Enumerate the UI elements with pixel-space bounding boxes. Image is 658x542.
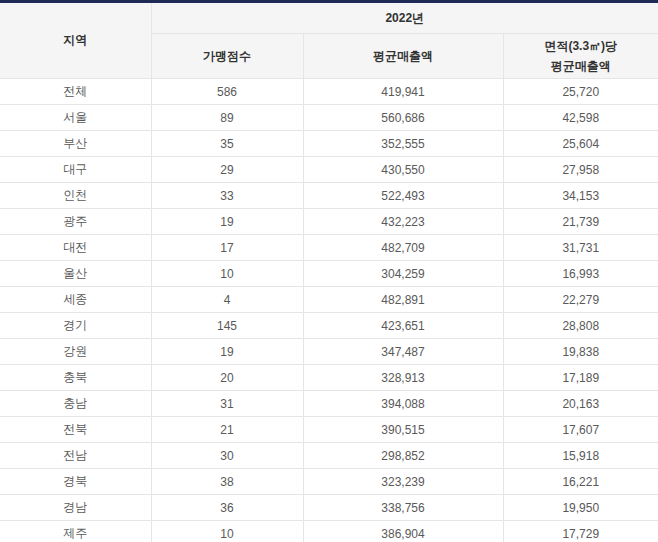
store-count-cell: 19 (151, 339, 303, 365)
region-cell: 충북 (0, 365, 151, 391)
store-count-column-header: 가맹점수 (151, 34, 303, 79)
avg-sales-cell: 390,515 (303, 417, 503, 443)
store-count-cell: 31 (151, 391, 303, 417)
region-sales-table-container: 지역 2022년 가맹점수 평균매출액 면적(3.3㎡)당 평균매출액 전체58… (0, 0, 658, 542)
table-row: 대전17482,70931,731 (0, 235, 658, 261)
area-sales-cell: 27,958 (503, 157, 658, 183)
region-cell: 전체 (0, 79, 151, 105)
region-cell: 서울 (0, 105, 151, 131)
region-column-header: 지역 (0, 2, 151, 79)
avg-sales-cell: 482,709 (303, 235, 503, 261)
avg-sales-cell: 347,487 (303, 339, 503, 365)
store-count-cell: 10 (151, 521, 303, 542)
store-count-cell: 586 (151, 79, 303, 105)
region-cell: 부산 (0, 131, 151, 157)
region-cell: 세종 (0, 287, 151, 313)
store-count-cell: 20 (151, 365, 303, 391)
table-row: 전남30298,85215,918 (0, 443, 658, 469)
avg-sales-column-header: 평균매출액 (303, 34, 503, 79)
store-count-cell: 89 (151, 105, 303, 131)
store-count-cell: 4 (151, 287, 303, 313)
region-cell: 충남 (0, 391, 151, 417)
area-sales-cell: 21,739 (503, 209, 658, 235)
store-count-cell: 29 (151, 157, 303, 183)
region-cell: 대전 (0, 235, 151, 261)
avg-sales-cell: 482,891 (303, 287, 503, 313)
area-sales-cell: 15,918 (503, 443, 658, 469)
table-row: 부산35352,55525,604 (0, 131, 658, 157)
region-cell: 전남 (0, 443, 151, 469)
table-row: 광주19432,22321,739 (0, 209, 658, 235)
table-row: 경남36338,75619,950 (0, 495, 658, 521)
table-row: 제주10386,90417,729 (0, 521, 658, 542)
region-cell: 제주 (0, 521, 151, 542)
avg-sales-cell: 560,686 (303, 105, 503, 131)
avg-sales-cell: 304,259 (303, 261, 503, 287)
table-row: 대구29430,55027,958 (0, 157, 658, 183)
table-body: 전체586419,94125,720서울89560,68642,598부산353… (0, 79, 658, 542)
table-row: 강원19347,48719,838 (0, 339, 658, 365)
table-row: 서울89560,68642,598 (0, 105, 658, 131)
avg-sales-cell: 328,913 (303, 365, 503, 391)
area-sales-cell: 16,993 (503, 261, 658, 287)
region-cell: 강원 (0, 339, 151, 365)
avg-sales-cell: 298,852 (303, 443, 503, 469)
area-sales-cell: 17,729 (503, 521, 658, 542)
avg-sales-cell: 338,756 (303, 495, 503, 521)
area-sales-cell: 19,838 (503, 339, 658, 365)
table-row: 세종4482,89122,279 (0, 287, 658, 313)
area-sales-cell: 28,808 (503, 313, 658, 339)
table-row: 경북38323,23916,221 (0, 469, 658, 495)
avg-sales-cell: 386,904 (303, 521, 503, 542)
area-sales-cell: 20,163 (503, 391, 658, 417)
store-count-cell: 33 (151, 183, 303, 209)
region-cell: 경남 (0, 495, 151, 521)
region-cell: 광주 (0, 209, 151, 235)
table-row: 충남31394,08820,163 (0, 391, 658, 417)
table-row: 충북20328,91317,189 (0, 365, 658, 391)
year-group-header: 2022년 (151, 2, 658, 34)
avg-sales-cell: 423,651 (303, 313, 503, 339)
area-sales-cell: 22,279 (503, 287, 658, 313)
area-sales-cell: 42,598 (503, 105, 658, 131)
region-cell: 경북 (0, 469, 151, 495)
region-cell: 대구 (0, 157, 151, 183)
table-row: 경기145423,65128,808 (0, 313, 658, 339)
region-cell: 경기 (0, 313, 151, 339)
avg-sales-cell: 432,223 (303, 209, 503, 235)
area-sales-cell: 16,221 (503, 469, 658, 495)
area-sales-column-header: 면적(3.3㎡)당 평균매출액 (503, 34, 658, 79)
region-cell: 울산 (0, 261, 151, 287)
store-count-cell: 19 (151, 209, 303, 235)
avg-sales-cell: 352,555 (303, 131, 503, 157)
year-header-row: 지역 2022년 (0, 2, 658, 34)
avg-sales-cell: 394,088 (303, 391, 503, 417)
area-sales-cell: 19,950 (503, 495, 658, 521)
table-row: 인천33522,49334,153 (0, 183, 658, 209)
region-sales-table: 지역 2022년 가맹점수 평균매출액 면적(3.3㎡)당 평균매출액 전체58… (0, 0, 658, 542)
store-count-cell: 36 (151, 495, 303, 521)
avg-sales-cell: 323,239 (303, 469, 503, 495)
store-count-cell: 21 (151, 417, 303, 443)
table-row: 전북21390,51517,607 (0, 417, 658, 443)
avg-sales-cell: 430,550 (303, 157, 503, 183)
store-count-cell: 38 (151, 469, 303, 495)
avg-sales-cell: 419,941 (303, 79, 503, 105)
area-sales-cell: 25,604 (503, 131, 658, 157)
store-count-cell: 10 (151, 261, 303, 287)
table-header: 지역 2022년 가맹점수 평균매출액 면적(3.3㎡)당 평균매출액 (0, 2, 658, 79)
store-count-cell: 17 (151, 235, 303, 261)
area-sales-cell: 31,731 (503, 235, 658, 261)
area-sales-cell: 34,153 (503, 183, 658, 209)
store-count-cell: 35 (151, 131, 303, 157)
region-cell: 인천 (0, 183, 151, 209)
area-sales-cell: 17,189 (503, 365, 658, 391)
store-count-cell: 145 (151, 313, 303, 339)
avg-sales-cell: 522,493 (303, 183, 503, 209)
area-sales-cell: 25,720 (503, 79, 658, 105)
region-cell: 전북 (0, 417, 151, 443)
area-sales-cell: 17,607 (503, 417, 658, 443)
table-row: 울산10304,25916,993 (0, 261, 658, 287)
store-count-cell: 30 (151, 443, 303, 469)
table-row: 전체586419,94125,720 (0, 79, 658, 105)
